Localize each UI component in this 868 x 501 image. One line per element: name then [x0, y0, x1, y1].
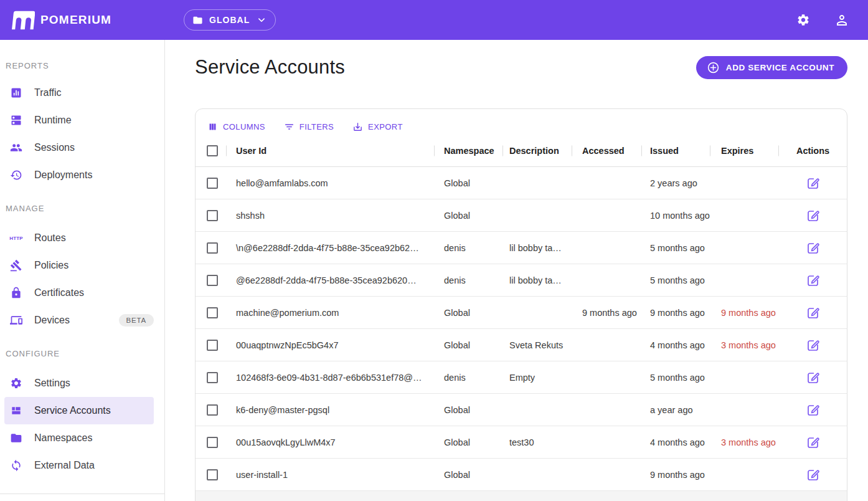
edit-row-button[interactable]	[804, 239, 823, 257]
sidebar-item-policies[interactable]: Policies	[4, 252, 154, 279]
sidebar-divider	[0, 494, 164, 494]
row-checkbox[interactable]	[207, 210, 218, 221]
sidebar-item-routes[interactable]: HTTPRoutes	[4, 224, 154, 252]
traffic-chart-icon	[10, 87, 22, 99]
edit-pencil-icon	[806, 467, 821, 482]
namespace-selector[interactable]: GLOBAL	[184, 9, 276, 31]
edit-row-button[interactable]	[804, 303, 823, 322]
cell-namespace: denis	[435, 373, 503, 383]
sidebar-item-external-data[interactable]: External Data	[4, 452, 154, 479]
edit-pencil-icon	[806, 370, 821, 385]
settings-button[interactable]	[791, 7, 816, 32]
edit-pencil-icon	[806, 435, 821, 450]
cell-user-id: shshsh	[227, 211, 435, 221]
sidebar-item-label: Devices	[34, 315, 70, 326]
edit-pencil-icon	[806, 208, 821, 223]
cell-namespace: Global	[435, 178, 503, 188]
column-header-namespace[interactable]: Namespace	[435, 135, 503, 166]
chevron-down-icon	[256, 14, 267, 26]
export-button[interactable]: EXPORT	[352, 122, 403, 132]
filters-button[interactable]: FILTERS	[284, 122, 334, 132]
sidebar-item-deployments[interactable]: Deployments	[4, 161, 154, 189]
sidebar-item-label: Certificates	[34, 287, 84, 298]
sidebar-item-certificates[interactable]: Certificates	[4, 279, 154, 307]
row-checkbox[interactable]	[207, 372, 218, 383]
row-checkbox[interactable]	[207, 340, 218, 351]
edit-pencil-icon	[806, 305, 821, 320]
person-icon	[834, 12, 849, 27]
table-toolbar: COLUMNS FILTERS EXPORT	[196, 109, 847, 135]
top-app-bar: POMERIUM GLOBAL	[0, 0, 868, 40]
edit-row-button[interactable]	[804, 498, 823, 501]
edit-row-button[interactable]	[804, 401, 823, 419]
edit-row-button[interactable]	[804, 206, 823, 225]
edit-row-button[interactable]	[804, 433, 823, 452]
row-checkbox[interactable]	[207, 275, 218, 286]
devices-icon	[10, 314, 22, 327]
row-checkbox[interactable]	[207, 404, 218, 416]
sidebar-item-traffic[interactable]: Traffic	[4, 79, 154, 107]
column-header-user-id[interactable]: User Id	[227, 135, 435, 166]
edit-row-button[interactable]	[804, 271, 823, 290]
cell-user-id: \n@6e2288df-2dda-4f75-b88e-35cea92b62…	[227, 243, 435, 253]
table-row: \n@6e2288df-2dda-4f75-b88e-35cea92b62…de…	[196, 232, 847, 264]
table-row: @6e2288df-2dda-4f75-b88e-35cea92b620…den…	[196, 264, 847, 297]
external-data-sync-icon	[10, 459, 22, 472]
columns-icon	[207, 122, 218, 132]
columns-label: COLUMNS	[223, 122, 265, 131]
row-checkbox[interactable]	[207, 178, 218, 189]
column-header-expires[interactable]: Expires	[710, 135, 779, 166]
edit-pencil-icon	[806, 241, 821, 255]
user-account-button[interactable]	[829, 7, 854, 32]
row-checkbox[interactable]	[207, 242, 218, 254]
sidebar-item-settings[interactable]: Settings	[4, 370, 154, 397]
edit-pencil-icon	[806, 338, 821, 353]
row-checkbox[interactable]	[207, 437, 218, 448]
sidebar-navigation: REPORTSTrafficRuntimeSessionsDeployments…	[0, 40, 165, 501]
sidebar-item-devices[interactable]: DevicesBETA	[4, 307, 154, 334]
cell-description: lil bobby ta…	[503, 275, 572, 285]
sidebar-item-label: Sessions	[34, 142, 75, 153]
edit-row-button[interactable]	[804, 368, 823, 387]
cell-namespace: Global	[435, 470, 503, 480]
sidebar-item-runtime[interactable]: Runtime	[4, 107, 154, 134]
sidebar-item-label: External Data	[34, 460, 95, 471]
sidebar-section: MANAGEHTTPRoutesPoliciesCertificatesDevi…	[0, 204, 164, 334]
cell-description: Empty	[503, 373, 572, 383]
sidebar-item-label: Deployments	[34, 169, 92, 181]
edit-row-button[interactable]	[804, 465, 823, 484]
cell-issued: a year ago	[642, 405, 710, 415]
cell-expires: 3 months ago	[710, 340, 779, 350]
cell-user-id: k6-deny@master-pgsql	[227, 405, 435, 415]
columns-button[interactable]: COLUMNS	[207, 122, 265, 132]
sidebar-item-namespaces[interactable]: Namespaces	[4, 424, 154, 452]
sidebar-section-label: CONFIGURE	[6, 349, 164, 358]
add-service-account-button[interactable]: ADD SERVICE ACCOUNT	[696, 56, 847, 79]
row-checkbox[interactable]	[207, 469, 218, 480]
table-row: 102468f3-6e09-4b31-8d87-e6b6b531ef78@…de…	[196, 361, 847, 394]
edit-row-button[interactable]	[804, 336, 823, 355]
cell-issued: 4 months ago	[642, 437, 710, 447]
column-header-description[interactable]: Description	[503, 135, 572, 166]
cell-user-id: @6e2288df-2dda-4f75-b88e-35cea92b620…	[227, 275, 435, 285]
sidebar-item-label: Policies	[34, 260, 68, 271]
pomerium-logo: POMERIUM	[11, 10, 111, 31]
column-header-issued[interactable]: Issued	[642, 135, 710, 166]
column-header-accessed[interactable]: Accessed	[572, 135, 642, 166]
service-accounts-icon	[10, 404, 22, 417]
sidebar-item-label: Namespaces	[34, 432, 92, 444]
sidebar-item-sessions[interactable]: Sessions	[4, 134, 154, 161]
cell-user-id: user-install-1	[227, 470, 435, 480]
cell-user-id: 00u15aovqkLgyLlwM4x7	[227, 437, 435, 447]
main-content: Service Accounts ADD SERVICE ACCOUNT COL…	[165, 40, 868, 501]
table-row: user-install-1Global9 months ago	[196, 459, 847, 491]
select-all-checkbox[interactable]	[207, 145, 218, 156]
table-row: hello@amfamlabs.comGlobal2 years ago	[196, 167, 847, 199]
cell-issued: 2 years ago	[642, 178, 710, 188]
edit-row-button[interactable]	[804, 174, 823, 193]
cell-namespace: Global	[435, 437, 503, 447]
row-checkbox[interactable]	[207, 307, 218, 318]
page-title: Service Accounts	[195, 56, 345, 79]
sidebar-item-service-accounts[interactable]: Service Accounts	[4, 397, 154, 424]
policies-gavel-icon	[10, 259, 22, 272]
